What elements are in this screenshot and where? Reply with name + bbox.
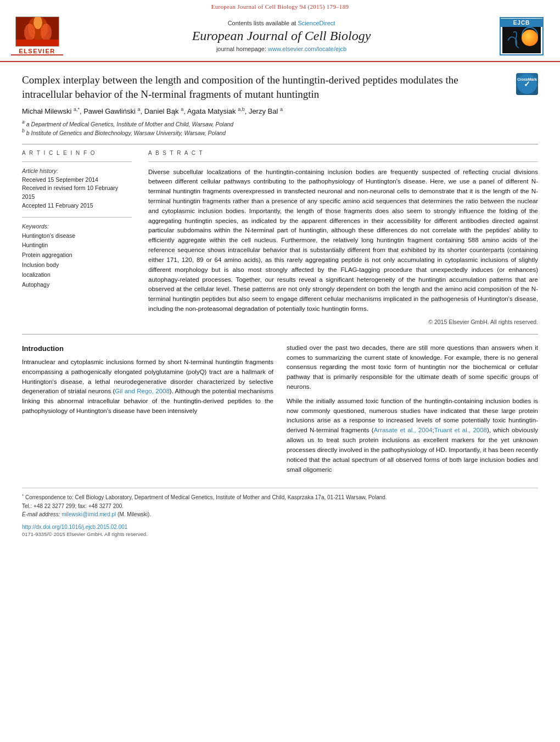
doi-link[interactable]: http://dx.doi.org/10.1016/j.ejcb.2015.02… xyxy=(22,524,538,530)
footnote-email: E-mail address: milewski@imid.med.pl (M.… xyxy=(22,510,538,518)
svg-point-9 xyxy=(525,30,535,40)
svg-text:✓: ✓ xyxy=(524,80,530,88)
svg-point-2 xyxy=(24,24,35,41)
footnote-symbol: * xyxy=(22,493,24,498)
affiliation-a-text: a Department of Medical Genetics, Instit… xyxy=(26,120,233,127)
journal-homepage: journal homepage: www.elsevier.com/locat… xyxy=(74,46,489,52)
affiliation-b-text: b Institute of Genetics and Biotechnolog… xyxy=(26,130,226,136)
footnote-email-name: (M. Milewski). xyxy=(117,511,151,517)
footnote-correspondence: * Correspondence to: Cell Biology Labora… xyxy=(22,493,538,501)
affiliation-b: b b Institute of Genetics and Biotechnol… xyxy=(22,128,538,136)
article-info-column: A R T I C L E I N F O Article history: R… xyxy=(22,150,132,325)
affiliation-a: a a Department of Medical Genetics, Inst… xyxy=(22,119,538,127)
keyword-2: Huntingtin xyxy=(22,241,132,250)
elsevier-logo: ELSEVIER xyxy=(11,16,63,55)
elsevier-logo-image xyxy=(15,16,59,47)
ref-gil-rego[interactable]: Gil and Rego, 2008 xyxy=(115,388,170,394)
crossmark-logo: CrossMark ✓ xyxy=(516,73,538,95)
keyword-6: Autophagy xyxy=(22,280,132,290)
ejcb-logo: EJCB xyxy=(500,17,544,55)
svg-point-8 xyxy=(525,30,535,40)
abstract-column: A B S T R A C T Diverse subcellular loca… xyxy=(148,150,538,325)
contents-line: Contents lists available at ScienceDirec… xyxy=(74,20,489,26)
abstract-divider xyxy=(148,161,538,162)
ejcb-logo-image xyxy=(502,27,541,53)
footnote-email-link[interactable]: milewski@imid.med.pl xyxy=(61,511,116,517)
journal-citation: European Journal of Cell Biology 94 (201… xyxy=(0,0,560,11)
footnote-text: Correspondence to: Cell Biology Laborato… xyxy=(25,495,387,501)
section-divider xyxy=(22,144,538,144)
intro-para-r2: While the initially assumed toxic functi… xyxy=(287,397,538,475)
footnote-section: * Correspondence to: Cell Biology Labora… xyxy=(22,488,538,518)
contents-label: Contents lists available at xyxy=(228,20,296,26)
ref-arrasate[interactable]: Arrasate et al., 2004 xyxy=(374,427,433,433)
keywords-divider xyxy=(22,217,132,217)
paper-title: Complex interplay between the length and… xyxy=(22,73,516,101)
journal-title: European Journal of Cell Biology xyxy=(74,29,489,43)
journal-info-text: European Journal of Cell Biology 94 (201… xyxy=(211,3,349,10)
footnote-tel: Tel.: +48 22 3277 299; fax: +48 3277 200… xyxy=(22,502,538,510)
introduction-heading: Introduction xyxy=(22,343,273,354)
info-divider xyxy=(22,161,132,162)
keywords-section: Keywords: Huntington's disease Huntingti… xyxy=(22,223,132,290)
journal-header: ELSEVIER Contents lists available at Sci… xyxy=(0,11,560,62)
bottom-copyright: 0171-9335/© 2015 Elsevier GmbH. All righ… xyxy=(22,531,538,537)
journal-homepage-link[interactable]: www.elsevier.com/locate/ejcb xyxy=(268,46,346,52)
received-date: Received 15 September 2014 xyxy=(22,176,132,185)
journal-center-info: Contents lists available at ScienceDirec… xyxy=(63,20,500,52)
ref-truant[interactable]: Truant et al., 2008 xyxy=(434,427,487,433)
homepage-label: journal homepage: xyxy=(216,46,266,52)
abstract-text: Diverse subcellular localizations of the… xyxy=(148,168,538,314)
accepted-date: Accepted 11 February 2015 xyxy=(22,202,132,210)
history-label: Article history: xyxy=(22,168,132,174)
body-col-left: Introduction Intranuclear and cytoplasmi… xyxy=(22,343,273,479)
ejcb-logo-label: EJCB xyxy=(501,19,542,27)
elsevier-wordmark: ELSEVIER xyxy=(19,48,55,54)
article-history: Article history: Received 15 September 2… xyxy=(22,168,132,210)
article-info-label: A R T I C L E I N F O xyxy=(22,150,132,156)
intro-para-1: Intranuclear and cytoplasmic inclusions … xyxy=(22,358,273,416)
keyword-5: localization xyxy=(22,270,132,280)
svg-point-7 xyxy=(522,27,537,43)
svg-rect-5 xyxy=(16,41,59,47)
revised-date: Received in revised form 10 February 201… xyxy=(22,184,132,202)
svg-point-3 xyxy=(41,24,52,41)
keyword-3: Protein aggregation xyxy=(22,250,132,260)
article-info-abstract: A R T I C L E I N F O Article history: R… xyxy=(22,150,538,325)
intro-r2-b: ), which obviously allows us to treat su… xyxy=(287,427,538,472)
abstract-copyright: © 2015 Elsevier GmbH. All rights reserve… xyxy=(148,319,538,325)
keyword-4: Inclusion body xyxy=(22,260,132,270)
body-section: Introduction Intranuclear and cytoplasmi… xyxy=(22,343,538,479)
authors-line: Michał Milewski a,*, Paweł Gawliński a, … xyxy=(22,107,538,115)
affiliations: a a Department of Medical Genetics, Inst… xyxy=(22,119,538,136)
sciencedirect-link[interactable]: ScienceDirect xyxy=(298,20,335,26)
keyword-1: Huntington's disease xyxy=(22,231,132,241)
keywords-label: Keywords: xyxy=(22,223,132,230)
title-section: Complex interplay between the length and… xyxy=(22,73,538,101)
abstract-label: A B S T R A C T xyxy=(148,150,538,156)
email-label: E-mail address: xyxy=(22,511,60,517)
body-divider xyxy=(22,334,538,334)
paper-content: Complex interplay between the length and… xyxy=(0,62,560,548)
keywords-list: Huntington's disease Huntingtin Protein … xyxy=(22,231,132,290)
intro-para-r1: studied over the past two decades, there… xyxy=(287,343,538,392)
body-col-right: studied over the past two decades, there… xyxy=(287,343,538,479)
